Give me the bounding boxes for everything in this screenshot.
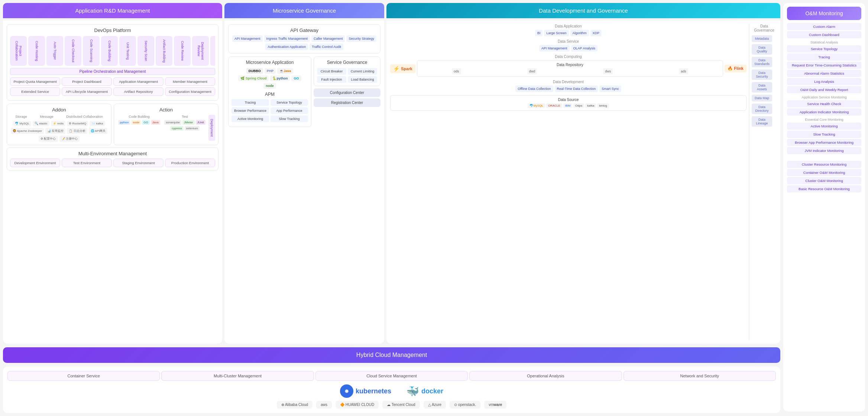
tech-cypress: cypress — [170, 126, 184, 131]
apm-tracing: Tracing — [231, 99, 269, 106]
gov-data-quality: Data Quality — [752, 44, 772, 55]
reg-center-box: Registration Center — [314, 98, 380, 107]
om-statistical-label: Statistical Analysis — [787, 40, 861, 44]
addon-redis: ⚡ redis — [51, 121, 65, 126]
pipeline-security-scan: Security Scan — [137, 36, 154, 66]
cloud-openstack: ⊙ openstack. — [450, 401, 480, 409]
pipeline-code-hosting: Code Hosting — [28, 36, 45, 66]
env-prod: Production Environment — [165, 159, 215, 167]
data-dev-header: Data Development and Governance — [386, 3, 780, 18]
kubernetes-badge: ⎈ kubernetes — [340, 384, 391, 398]
cloud-vmware: vmware — [484, 401, 506, 409]
svc-network-security: Network and Security — [624, 371, 776, 381]
data-olap: OLAP Analysis — [571, 45, 597, 52]
om-abnormal-alarm[interactable]: Abnormal Alarm Statistics — [787, 70, 861, 77]
gov-data-security: Data Security — [752, 69, 772, 80]
mgmt-project-quota: Project Quota Management — [10, 77, 60, 86]
svc-gov-title: Service Governance — [317, 60, 377, 65]
mgmt-project-dashboard: Project Dashboard — [62, 77, 112, 86]
mgmt-member-management: Member Management — [165, 77, 215, 86]
gov-data-assets: Data Assets — [752, 82, 772, 92]
source-oracle: ORACLE — [546, 103, 562, 108]
om-jvm-indicator[interactable]: JVM Indicator Monitoring — [787, 147, 861, 154]
mgmt-artifact-repo: Artifact Repository — [113, 87, 163, 96]
tech-junit: JUnit — [196, 120, 205, 125]
om-request-error[interactable]: Request Error Time-Consuming Statistics — [787, 62, 861, 69]
om-essential-label: Essential Core Monitoring — [787, 118, 861, 121]
svc-multi-cluster: Multi-Cluster Management — [161, 371, 314, 381]
om-daily-report[interactable]: O&M Daily and Weekly Report — [787, 86, 861, 93]
app-rd-header: Application R&D Management — [3, 3, 222, 18]
api-ingress: Ingress Traffic Management — [264, 35, 310, 42]
gov-data-lineage: Data Lineage — [752, 116, 772, 127]
logo-go: GO — [291, 75, 301, 81]
om-container-om[interactable]: Container O&M Monitoring — [787, 169, 861, 176]
data-large-screen: Large Screen — [544, 30, 569, 36]
spark-logo: ⚡ — [393, 66, 399, 72]
data-service-title: Data Service — [390, 39, 746, 43]
pipeline-code-checkout: Code Checkout — [65, 36, 81, 66]
logo-php: PHP — [265, 68, 276, 74]
api-security: Security Strategy — [346, 35, 376, 42]
api-auth: Authentication Application — [265, 43, 308, 50]
data-source-title: Data Source — [393, 98, 744, 102]
ms-app-title: Microservice Application — [231, 60, 308, 65]
svc-operational: Operational Analysis — [469, 371, 622, 381]
om-custom-alarm[interactable]: Custom Alarm — [787, 23, 861, 30]
data-realtime-col: Real-Time Data Collection — [555, 85, 598, 92]
gov-fault-injection: Fault Injection — [317, 76, 346, 83]
logo-java: ☕Java — [277, 68, 293, 74]
addon-distributed-label: Distributed Collaboration — [66, 115, 103, 118]
tech-jmeter: JMeter — [182, 120, 194, 125]
data-app-title: Data Application — [390, 24, 746, 28]
gov-circuit-breaker: Circuit Breaker — [317, 68, 346, 75]
addon-app-monitor: 📊 应用监控 — [45, 128, 65, 134]
om-cluster-resource[interactable]: Cluster Resource Monitoring — [787, 161, 861, 168]
microservice-header: Microservice Governance — [224, 3, 384, 18]
om-header: O&M Monitoring — [787, 7, 861, 20]
env-dev: Development Environment — [10, 159, 60, 167]
pipeline-code-review: Code Review — [174, 36, 191, 66]
deployment-col: Deployment — [208, 115, 215, 141]
om-custom-dashboard[interactable]: Custom Dashboard — [787, 31, 861, 38]
source-binlog: binlog — [597, 103, 609, 108]
data-repo-title: Data Repository — [420, 63, 721, 67]
om-basic-resource[interactable]: Basic Resource O&M Monitoring — [787, 185, 861, 192]
api-mgmt: API Management — [232, 35, 263, 42]
om-app-service-label: Application Service Monitoring — [787, 95, 861, 99]
docker-badge: 🐳 docker — [406, 384, 443, 398]
multi-env-title: Multi-Environment Management — [10, 151, 215, 156]
source-mysql: 🐬MySQL — [528, 103, 545, 108]
om-service-health[interactable]: Service Health Check — [787, 100, 861, 107]
om-log-analysis[interactable]: Log Analysis — [787, 78, 861, 85]
pipeline-auto-trigger: Auto Trigger — [46, 36, 63, 66]
svc-container: Container Service — [7, 371, 160, 381]
pipeline-auto-deployment: Auto Deployment — [210, 36, 215, 66]
addon-message-label: Message — [40, 115, 54, 118]
om-slow-tracking[interactable]: Slow Tracking — [787, 131, 861, 138]
env-staging: Staging Environment — [113, 159, 163, 167]
source-kafka: kafka — [585, 103, 596, 108]
om-app-indicator[interactable]: Application Indicator Monitoring — [787, 108, 861, 116]
gov-data-directory: Data Directory — [752, 104, 772, 114]
api-traffic: Traffic Control Audit — [310, 43, 343, 50]
gov-current-limiting: Current Limiting — [348, 68, 377, 75]
apm-service-topology: Service Topology — [271, 99, 308, 106]
data-gov-label: Data Governance — [752, 24, 777, 32]
apm-title: APM — [231, 92, 308, 97]
addon-register: 📝 注册中心 — [59, 136, 80, 142]
gov-metadata: Metadata — [752, 35, 772, 42]
repo-dwd: dwd — [527, 68, 537, 74]
pipeline-artifact-building: Artifact Building — [156, 36, 172, 66]
om-service-topology[interactable]: Service Topology — [787, 45, 861, 52]
addon-zookeeper: 🦁 Apache Zookeeper — [11, 128, 44, 134]
devops-title: DevOps Platform — [10, 27, 215, 33]
om-active-monitoring[interactable]: Active Monitoring — [787, 123, 861, 130]
pipeline-mgmt-label: Pipeline Orchestration and Management — [10, 68, 215, 75]
tech-sonarqube: sonarqube — [164, 120, 181, 125]
om-browser-app[interactable]: Browser App Performance Monitoring — [787, 139, 861, 146]
gov-data-standards: Data Standards — [752, 57, 772, 67]
om-tracing[interactable]: Tracing — [787, 53, 861, 61]
docker-icon: 🐳 — [406, 385, 419, 397]
om-cluster-om[interactable]: Cluster O&M Monitoring — [787, 177, 861, 184]
